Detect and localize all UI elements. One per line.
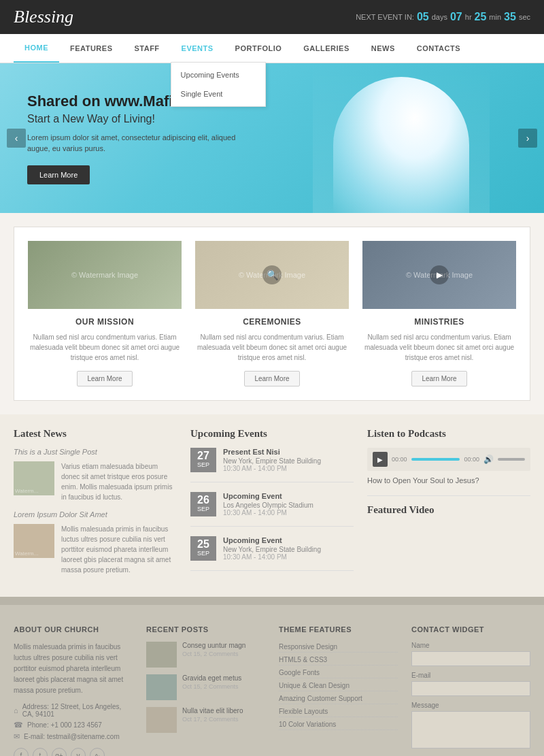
recent-post-title-1: Conseg uuntur magn <box>182 642 245 649</box>
features-inner: © Watermark Image OUR MISSION Nullam sed… <box>14 227 530 401</box>
home-icon: ⌂ <box>14 706 18 714</box>
footer-email: ✉ E-mail: testmail@sitename.com <box>14 732 133 741</box>
social-icon-twitter[interactable]: t <box>33 748 48 756</box>
email-icon: ✉ <box>14 732 20 741</box>
dropdown-single-event[interactable]: Single Event <box>171 84 265 103</box>
event-time-1: 10:30 AM - 14:00 PM <box>223 465 321 472</box>
event-location-3: New York, Empire State Building <box>223 546 321 553</box>
nav-item-home[interactable]: HOME <box>14 34 59 63</box>
theme-feature-7: 10 Color Variations <box>279 719 398 730</box>
site-logo: Blessing <box>14 7 73 27</box>
upcoming-events-col: Upcoming Events 27 SEP Present Est Nisi … <box>190 428 354 583</box>
social-icon-vimeo[interactable]: v <box>71 748 86 756</box>
social-icon-rss[interactable]: ∿ <box>90 748 105 756</box>
recent-post-3: Nulla vitae elit libero Oct 17, 2 Commen… <box>146 707 265 733</box>
event-info-3: Upcoming Event New York, Empire State Bu… <box>223 536 321 561</box>
podcast-player: ▶ 00:00 00:00 🔊 <box>367 448 530 471</box>
footer-recent-title: RECENT POSTS <box>146 625 265 634</box>
event-title-2: Upcoming Event <box>223 492 313 500</box>
feature-btn-ministries[interactable]: Learn More <box>411 371 466 387</box>
feature-btn-ceremonies[interactable]: Learn More <box>244 371 299 387</box>
countdown-min-label: min <box>489 13 501 21</box>
podcast-track-title: How to Open Your Soul to Jesus? <box>367 476 530 484</box>
top-bar: Blessing NEXT EVENT IN: 05 days 07 hr 25… <box>0 0 544 34</box>
dropdown-upcoming-events[interactable]: Upcoming Events <box>171 65 265 84</box>
theme-feature-2: HTML5 & CSS3 <box>279 655 398 665</box>
news-text-2: Mollis malesuada primis in faucibus luct… <box>61 524 177 575</box>
recent-post-date-3: Oct 17, 2 Comments <box>182 716 243 723</box>
news-text-1: Varius etiam malesuada bibeum donec sit … <box>61 461 177 502</box>
countdown-sec-label: sec <box>519 13 530 21</box>
nav-inner: HOME FEATURES STAFF EVENTS Upcoming Even… <box>0 34 544 63</box>
feature-title-mission: OUR MISSION <box>28 317 182 327</box>
contact-message-input[interactable] <box>411 711 530 749</box>
footer-phone: ☎ Phone: +1 000 123 4567 <box>14 721 133 729</box>
event-day-1: 27 <box>190 450 216 461</box>
nav-item-features[interactable]: FEATURES <box>59 35 123 62</box>
upcoming-events-title: Upcoming Events <box>190 428 354 440</box>
hero-prev-button[interactable]: ‹ <box>7 129 26 148</box>
theme-feature-6: Flexible Layouts <box>279 706 398 717</box>
recent-thumb-2 <box>146 674 177 700</box>
countdown-days-num: 05 <box>417 11 429 23</box>
recent-thumb-1 <box>146 642 177 668</box>
footer-contact-title: CONTACT WIDGET <box>411 625 530 634</box>
hero-subtitle: Start a New Way of Living! <box>27 113 258 125</box>
nav-item-galleries[interactable]: GALLERIES <box>292 35 360 62</box>
nav-item-contacts[interactable]: CONTACTS <box>406 35 471 62</box>
volume-icon: 🔊 <box>483 455 494 464</box>
footer-address-text: Address: 12 Street, Los Angeles, CA, 941… <box>22 703 133 718</box>
footer-address: ⌂ Address: 12 Street, Los Angeles, CA, 9… <box>14 703 133 718</box>
footer-col-contact: CONTACT WIDGET Name E-mail Message Submi… <box>411 625 530 756</box>
latest-news-col: Latest News This is a Just Single Post W… <box>14 428 177 583</box>
news-post-1: Waterm... Varius etiam malesuada bibeum … <box>14 461 177 502</box>
event-date-box-3: 25 SEP <box>190 536 216 561</box>
theme-feature-5: Amazing Customer Support <box>279 693 398 704</box>
event-item-3: 25 SEP Upcoming Event New York, Empire S… <box>190 536 354 571</box>
social-icon-facebook[interactable]: f <box>14 748 29 756</box>
event-location-1: New York, Empire State Building <box>223 457 321 465</box>
event-date-box-2: 26 SEP <box>190 492 216 516</box>
countdown-hr-num: 07 <box>450 11 462 23</box>
feature-img-ceremonies: © Watermark Image 🔍 <box>195 241 349 309</box>
hero-person-image <box>313 63 490 213</box>
news-post-2: Waterm... Mollis malesuada primis in fau… <box>14 524 177 575</box>
countdown-min-num: 25 <box>475 11 487 23</box>
nav-events-label[interactable]: EVENTS <box>171 35 224 62</box>
contact-name-input[interactable] <box>411 651 530 666</box>
featured-video-title: Featured Video <box>367 504 530 516</box>
social-icons: f t g+ v ∿ <box>14 748 133 756</box>
nav-item-events[interactable]: EVENTS Upcoming Events Single Event <box>171 35 224 62</box>
event-title-1: Present Est Nisi <box>223 448 321 456</box>
feature-text-ministries: Nullam sed nisl arcu condmentum varius. … <box>362 332 516 363</box>
feature-card-mission: © Watermark Image OUR MISSION Nullam sed… <box>28 241 182 387</box>
social-icon-googleplus[interactable]: g+ <box>52 748 67 756</box>
nav-item-portfolio[interactable]: PORTFOLIO <box>224 35 293 62</box>
hero-section: ‹ Shared on www.MafiaShare.net Start a N… <box>0 63 544 213</box>
countdown-label: NEXT EVENT IN: <box>356 13 414 21</box>
feature-img-ministries: © Watermark Image ▶ <box>362 241 516 309</box>
podcast-volume-bar[interactable] <box>498 458 525 461</box>
watermark-mission: © Watermark Image <box>71 271 138 279</box>
feature-btn-mission[interactable]: Learn More <box>77 371 132 387</box>
nav-item-news[interactable]: NEWS <box>360 35 406 62</box>
podcast-play-button[interactable]: ▶ <box>373 452 388 467</box>
podcast-time-end: 00:00 <box>464 456 479 463</box>
hero-next-button[interactable]: › <box>518 129 537 148</box>
footer-email-text: E-mail: testmail@sitename.com <box>24 733 120 740</box>
recent-post-date-2: Oct 15, 2 Comments <box>182 683 241 690</box>
hero-learn-more-button[interactable]: Learn More <box>27 165 90 184</box>
contact-name-label: Name <box>411 642 530 649</box>
recent-post-date-1: Oct 15, 2 Comments <box>182 651 245 657</box>
countdown-hr-label: hr <box>465 13 472 21</box>
recent-info-3: Nulla vitae elit libero Oct 17, 2 Commen… <box>182 707 243 733</box>
events-dropdown: Upcoming Events Single Event <box>171 62 266 107</box>
podcast-progress-bar[interactable] <box>411 458 460 461</box>
recent-thumb-3 <box>146 707 177 733</box>
contact-email-input[interactable] <box>411 681 530 696</box>
feature-img-mission: © Watermark Image <box>28 241 182 309</box>
contact-message-label: Message <box>411 702 530 709</box>
recent-info-1: Conseg uuntur magn Oct 15, 2 Comments <box>182 642 245 668</box>
event-date-box-1: 27 SEP <box>190 448 216 472</box>
nav-item-staff[interactable]: STAFF <box>123 35 170 62</box>
